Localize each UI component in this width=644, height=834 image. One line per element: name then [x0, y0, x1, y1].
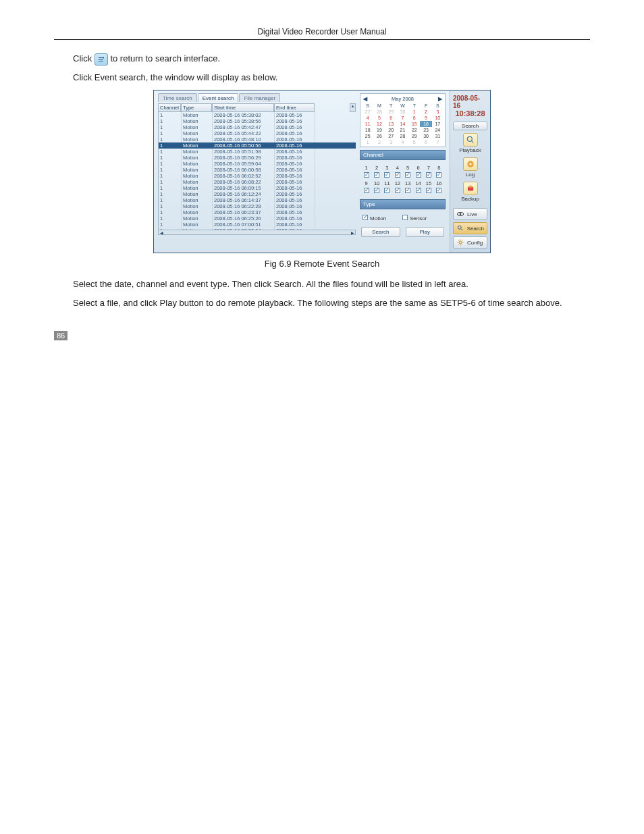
channel-checkbox[interactable] — [384, 172, 390, 178]
cal-day[interactable]: 29 — [408, 133, 420, 139]
channel-checkbox[interactable] — [426, 188, 431, 193]
cal-day[interactable]: 13 — [385, 121, 397, 127]
cal-day[interactable]: 29 — [385, 109, 397, 115]
channel-checkbox[interactable] — [416, 188, 421, 193]
log-icon[interactable] — [463, 157, 478, 171]
scroll-right-icon[interactable]: ▶ — [350, 230, 355, 234]
cal-day[interactable]: 28 — [373, 109, 385, 115]
scroll-left-icon[interactable]: ◀ — [159, 230, 164, 234]
table-row[interactable]: 1Motion2008-05-16 05:56:292008-05-16 — [159, 155, 356, 161]
table-row[interactable]: 1Motion2008-05-16 06:09:152008-05-16 — [159, 185, 356, 191]
table-row[interactable]: 1Motion2008-05-16 05:42:472008-05-16 — [159, 124, 356, 130]
channel-checkbox[interactable] — [395, 172, 400, 178]
play-button[interactable]: Play — [406, 227, 445, 237]
cal-day[interactable]: 14 — [397, 121, 408, 127]
table-row[interactable]: 1Motion2008-05-16 06:00:582008-05-16 — [159, 167, 356, 173]
cal-day[interactable]: 28 — [397, 133, 408, 139]
channel-checkbox[interactable] — [384, 188, 390, 193]
cal-day[interactable]: 4 — [397, 139, 408, 145]
cal-day[interactable]: 20 — [385, 127, 397, 133]
cal-day[interactable]: 11 — [362, 121, 373, 127]
cal-day[interactable]: 4 — [362, 115, 373, 121]
channel-checkbox[interactable] — [405, 188, 410, 193]
cal-day[interactable]: 26 — [373, 133, 385, 139]
nav-live[interactable]: Live — [453, 208, 487, 220]
cal-day[interactable]: 7 — [397, 115, 408, 121]
cal-day[interactable]: 24 — [432, 127, 444, 133]
tab-file-manager[interactable]: File manager — [239, 93, 280, 102]
cal-day[interactable]: 12 — [373, 121, 385, 127]
table-row[interactable]: 1Motion2008-05-16 07:00:512008-05-16 — [159, 221, 356, 228]
cal-day[interactable]: 1 — [408, 109, 420, 115]
tab-time-search[interactable]: Time search — [158, 93, 197, 102]
cal-day[interactable]: 7 — [432, 139, 444, 145]
cal-day[interactable]: 23 — [420, 127, 431, 133]
horizontal-scrollbar[interactable]: ◀ ▶ — [158, 230, 356, 235]
table-row[interactable]: 1Motion2008-05-16 05:38:022008-05-16 — [159, 112, 356, 118]
backup-icon[interactable] — [463, 182, 478, 195]
calendar[interactable]: ◀ May 2008 ▶ SMTWTFS27282930123456789101… — [360, 93, 446, 147]
table-row[interactable]: 1Motion2008-05-16 05:38:562008-05-16 — [159, 118, 356, 124]
cal-day[interactable]: 9 — [420, 115, 431, 121]
channel-checkbox[interactable] — [395, 188, 400, 193]
channel-checkbox[interactable] — [426, 172, 431, 178]
table-row[interactable]: 1Motion2008-05-16 05:51:582008-05-16 — [159, 149, 356, 155]
table-row[interactable]: 1Motion2008-05-16 06:02:522008-05-16 — [159, 173, 356, 179]
type-sensor[interactable]: Sensor — [402, 215, 427, 221]
side-search-button[interactable]: Search — [453, 122, 487, 130]
cal-prev-icon[interactable]: ◀ — [363, 96, 367, 102]
cal-day[interactable]: 30 — [397, 109, 408, 115]
cal-day[interactable]: 17 — [432, 121, 444, 127]
cal-day[interactable]: 5 — [408, 139, 420, 145]
cal-day[interactable]: 2 — [420, 109, 431, 115]
cal-day[interactable]: 15 — [408, 121, 420, 127]
channel-checkbox[interactable] — [374, 188, 379, 193]
cal-day[interactable]: 16 — [420, 121, 431, 127]
event-table[interactable]: 1Motion2008-05-16 05:38:022008-05-161Mot… — [158, 112, 356, 230]
channel-checkbox[interactable] — [374, 172, 379, 178]
cal-day[interactable]: 22 — [408, 127, 420, 133]
type-motion[interactable]: Motion — [363, 215, 386, 221]
cal-day[interactable]: 27 — [385, 133, 397, 139]
channel-checkbox[interactable] — [436, 188, 441, 193]
cal-day[interactable]: 10 — [432, 115, 444, 121]
channel-checkbox[interactable] — [405, 172, 410, 178]
cal-day[interactable]: 27 — [362, 109, 373, 115]
cal-day[interactable]: 2 — [373, 139, 385, 145]
channel-checkbox[interactable] — [364, 172, 369, 178]
cal-day[interactable]: 18 — [362, 127, 373, 133]
cal-day[interactable]: 3 — [385, 139, 397, 145]
scroll-up-icon[interactable]: ▲ — [350, 103, 356, 112]
table-row[interactable]: 1Motion2008-05-16 06:14:372008-05-16 — [159, 197, 356, 203]
cal-day[interactable]: 1 — [362, 139, 373, 145]
cal-day[interactable]: 8 — [408, 115, 420, 121]
cal-day[interactable]: 5 — [373, 115, 385, 121]
checkbox-icon[interactable] — [402, 215, 408, 220]
cal-next-icon[interactable]: ▶ — [438, 96, 442, 102]
playback-icon[interactable] — [463, 133, 478, 147]
table-row[interactable]: 1Motion2008-05-16 06:12:242008-05-16 — [159, 191, 356, 197]
cal-day[interactable]: 6 — [385, 115, 397, 121]
channel-checkbox[interactable] — [436, 172, 441, 178]
table-row[interactable]: 1Motion2008-05-16 06:22:282008-05-16 — [159, 203, 356, 209]
nav-config[interactable]: Config — [453, 236, 487, 249]
cal-day[interactable]: 25 — [362, 133, 373, 139]
table-row[interactable]: 1Motion2008-05-16 06:23:372008-05-16 — [159, 209, 356, 215]
search-button[interactable]: Search — [361, 227, 400, 237]
cal-day[interactable]: 6 — [420, 139, 431, 145]
channel-checkbox[interactable] — [364, 188, 369, 193]
cal-day[interactable]: 31 — [432, 133, 444, 139]
table-row[interactable]: 1Motion2008-05-16 05:48:102008-05-16 — [159, 136, 356, 142]
channel-checkbox[interactable] — [416, 172, 421, 178]
table-row[interactable]: 1Motion2008-05-16 05:59:042008-05-16 — [159, 161, 356, 167]
checkbox-icon[interactable] — [363, 215, 368, 220]
nav-search[interactable]: Search — [453, 222, 487, 234]
table-row[interactable]: 1Motion2008-05-16 05:44:222008-05-16 — [159, 130, 356, 136]
cal-day[interactable]: 19 — [373, 127, 385, 133]
cal-day[interactable]: 21 — [397, 127, 408, 133]
table-row[interactable]: 1Motion2008-05-16 05:50:562008-05-16 — [159, 142, 356, 149]
table-row[interactable]: 1Motion2008-05-16 06:08:222008-05-16 — [159, 179, 356, 185]
cal-day[interactable]: 30 — [420, 133, 431, 139]
table-row[interactable]: 1Motion2008-05-16 06:25:262008-05-16 — [159, 215, 356, 221]
cal-day[interactable]: 3 — [432, 109, 444, 115]
